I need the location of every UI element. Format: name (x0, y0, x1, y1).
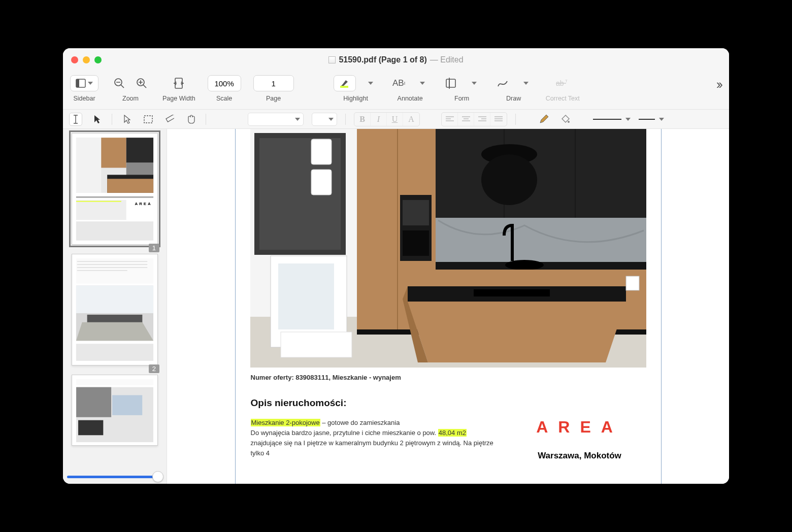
italic-button[interactable]: I (371, 113, 387, 126)
svg-rect-69 (281, 332, 352, 357)
svg-rect-19 (144, 116, 152, 123)
thumbnail-1-image: AREA (72, 134, 157, 244)
svg-rect-61 (78, 420, 103, 436)
title-edited: — Edited (430, 55, 464, 64)
svg-rect-81 (481, 154, 537, 205)
svg-rect-59 (76, 387, 111, 417)
underline-button[interactable]: U (387, 113, 403, 126)
svg-rect-41 (76, 196, 153, 198)
svg-rect-35 (76, 138, 101, 193)
form-dropdown[interactable] (465, 75, 482, 91)
text-cursor-tool[interactable] (69, 113, 82, 126)
svg-rect-43 (76, 201, 121, 202)
page-width-button[interactable] (170, 75, 187, 91)
annotate-tool-group: ABI Annotate (390, 74, 430, 102)
highlight-dropdown[interactable] (361, 75, 378, 91)
svg-rect-36 (101, 138, 126, 168)
page-thumbnail-1[interactable]: AREA 1 (72, 133, 158, 245)
svg-rect-76 (403, 230, 429, 256)
document-view[interactable]: Numer oferty: 839083111, Mieszkanie - wy… (167, 129, 729, 484)
pencil-icon (539, 115, 548, 124)
align-center-button[interactable] (458, 113, 474, 126)
page-width-icon (174, 78, 184, 89)
brand-block: AREA Warszawa, Mokotów (514, 418, 646, 461)
fill-tool[interactable] (558, 113, 572, 126)
svg-rect-45 (76, 221, 153, 241)
draw-button[interactable] (494, 75, 511, 91)
svg-point-33 (568, 121, 570, 123)
pencil-tool[interactable] (537, 113, 550, 126)
zoom-out-button[interactable] (111, 75, 128, 91)
page-thumbnail-2[interactable]: 2 (72, 254, 158, 365)
align-right-button[interactable] (474, 113, 490, 126)
svg-rect-52 (76, 286, 153, 313)
pointer-tool[interactable] (90, 113, 104, 126)
zoom-in-button[interactable] (133, 75, 150, 91)
line-style-select[interactable] (593, 118, 631, 121)
pdf-page: Numer oferty: 839083111, Mieszkanie - wy… (235, 129, 662, 484)
page-number-input[interactable]: 1 (253, 75, 294, 91)
arrow-solid-icon (93, 115, 101, 124)
zoom-tool-group: Zoom (111, 74, 150, 102)
svg-text:T: T (565, 79, 568, 83)
sidebar-toggle-button[interactable] (70, 75, 98, 91)
page-thumbnail-3[interactable] (72, 375, 158, 446)
location-text: Warszawa, Mokotów (514, 451, 646, 461)
svg-rect-40 (107, 179, 153, 193)
bold-button[interactable]: B (354, 113, 371, 126)
edit-toolbar: B I U A (63, 110, 729, 129)
correct-text-label: Correct Text (546, 95, 580, 102)
annotate-label: Annotate (398, 95, 423, 102)
correct-text-button[interactable]: abT (554, 75, 571, 91)
main-toolbar: Sidebar Zoom (63, 72, 729, 110)
highlight-span: Mieszkanie 2-pokojowe (251, 419, 320, 426)
sidebar-label: Sidebar (73, 95, 95, 102)
pan-tool[interactable] (184, 113, 197, 126)
svg-rect-20 (166, 115, 174, 122)
highlight-button[interactable] (334, 75, 356, 91)
bucket-icon (560, 115, 570, 124)
svg-text:AREA: AREA (135, 202, 152, 206)
draw-dropdown[interactable] (516, 75, 534, 91)
align-left-button[interactable] (442, 113, 458, 126)
line-weight-select[interactable] (639, 118, 664, 121)
measure-tool[interactable] (163, 113, 176, 126)
form-icon (445, 78, 456, 89)
page-number-badge: 2 (149, 364, 159, 373)
text-color-button[interactable]: A (403, 113, 419, 126)
marquee-icon (144, 115, 153, 123)
marquee-tool[interactable] (142, 113, 155, 126)
highlight-label: Highlight (343, 95, 368, 102)
section-heading: Opis nieruchomości: (251, 397, 661, 409)
thumbnail-3-image (72, 375, 157, 445)
toolbar-overflow-button[interactable]: ›› (716, 77, 721, 92)
scale-tool-group: 100% Scale (208, 74, 241, 102)
align-justify-button[interactable] (490, 113, 507, 126)
form-button[interactable] (442, 75, 459, 91)
svg-rect-56 (76, 344, 153, 361)
sidebar-tool-group: Sidebar (70, 74, 98, 102)
annotate-dropdown[interactable] (413, 75, 430, 91)
svg-rect-77 (436, 129, 646, 218)
font-family-select[interactable] (248, 113, 304, 126)
correct-text-icon: abT (556, 78, 569, 88)
sidebar-scrollbar[interactable] (67, 472, 163, 482)
select-tool[interactable] (120, 113, 134, 126)
font-size-select[interactable] (312, 113, 337, 126)
svg-rect-70 (311, 139, 332, 164)
svg-rect-46 (76, 258, 153, 283)
svg-rect-1 (76, 79, 79, 87)
brand-logo: AREA (514, 418, 646, 437)
highlight-tool-group: Highlight (334, 74, 378, 102)
sidebar-icon (76, 78, 86, 88)
thumbnail-sidebar: AREA 1 (63, 129, 167, 484)
svg-marker-88 (408, 302, 626, 362)
thumbnail-2-image (72, 254, 157, 365)
titlebar: 51590.pdf (Page 1 of 8) — Edited (63, 48, 729, 72)
document-icon (328, 56, 336, 63)
highlighter-icon (339, 78, 350, 88)
svg-rect-68 (278, 263, 334, 329)
annotate-button[interactable]: ABI (390, 75, 408, 91)
window-title: 51590.pdf (Page 1 of 8) — Edited (63, 55, 729, 64)
scale-input[interactable]: 100% (208, 75, 241, 91)
